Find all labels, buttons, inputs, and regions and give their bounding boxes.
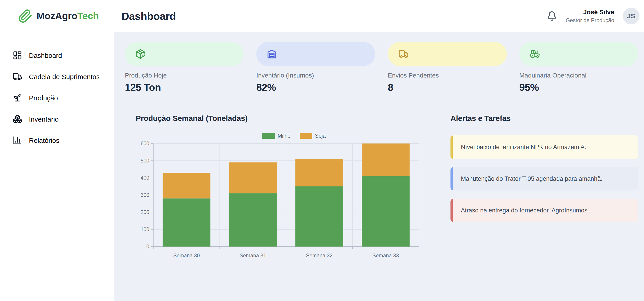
stat-card-maquinaria-operacional: Maquinaria Operacional 95% <box>519 42 638 93</box>
brand-name-primary: MozAgro <box>36 11 77 21</box>
stat-label: Inventário (Insumos) <box>256 72 375 79</box>
brand-logo: MozAgroTech <box>0 0 114 32</box>
chart-legend: MilhoSoja <box>136 133 439 139</box>
bar-chart-icon <box>13 136 22 145</box>
user-role: Gestor de Produção <box>566 17 614 24</box>
topbar-right: José Silva Gestor de Produção JS <box>547 8 640 25</box>
notifications-button[interactable] <box>547 11 557 21</box>
topbar: Dashboard José Silva Gestor de Produção … <box>114 0 644 32</box>
svg-text:Semana 30: Semana 30 <box>173 253 200 258</box>
stat-label: Maquinaria Operacional <box>519 72 638 79</box>
legend-swatch <box>300 133 312 139</box>
legend-label: Milho <box>278 133 290 139</box>
sidebar-item-label: Cadeia de Suprimentos <box>29 72 100 81</box>
stat-label: Produção Hoje <box>125 72 244 79</box>
sidebar: MozAgroTech Dashboard Cadeia de Suprimen… <box>0 0 114 301</box>
stat-label: Envios Pendentes <box>388 72 507 79</box>
content: Produção Hoje 125 Ton Inventário (Insumo… <box>114 32 644 301</box>
truck-icon <box>13 72 22 81</box>
legend-label: Soja <box>315 133 326 139</box>
alert-card-warning: Nível baixo de fertilizante NPK no Armaz… <box>450 135 638 159</box>
page-title: Dashboard <box>122 10 176 22</box>
brand-name-secondary: Tech <box>77 11 99 21</box>
alert-card-info: Manutenção do Trator T-05 agendada para … <box>450 167 638 190</box>
svg-text:Semana 31: Semana 31 <box>240 253 266 258</box>
sidebar-item-label: Inventário <box>29 115 59 124</box>
stat-card-inventario-insumos: Inventário (Insumos) 82% <box>256 42 375 93</box>
legend-item[interactable]: Milho <box>262 133 290 139</box>
alert-text: Manutenção do Trator T-05 agendada para … <box>450 169 609 189</box>
main-area: Dashboard José Silva Gestor de Produção … <box>114 0 644 301</box>
stat-value: 95% <box>519 82 638 93</box>
stat-pill <box>125 42 244 66</box>
svg-text:0: 0 <box>146 244 149 249</box>
alert-text: Atraso na entrega do fornecedor 'AgroIns… <box>450 200 597 221</box>
warehouse-icon <box>267 49 277 59</box>
truck-icon <box>398 49 409 59</box>
stat-pill <box>388 42 507 66</box>
sidebar-item-dashboard[interactable]: Dashboard <box>0 45 114 66</box>
sidebar-item-label: Dashboard <box>29 51 62 60</box>
alert-list: Nível baixo de fertilizante NPK no Armaz… <box>450 135 638 222</box>
app-root: MozAgroTech Dashboard Cadeia de Suprimen… <box>0 0 644 301</box>
avatar[interactable]: JS <box>623 8 640 25</box>
chart-title: Produção Semanal (Toneladas) <box>136 114 439 123</box>
alert-accent-bar <box>450 199 453 222</box>
chart-canvas[interactable]: 0100200300400500600Semana 30Semana 31Sem… <box>136 140 439 265</box>
sidebar-item-producao[interactable]: Produção <box>0 87 114 109</box>
legend-swatch <box>262 133 275 139</box>
sidebar-item-label: Relatórios <box>29 136 60 145</box>
legend-item[interactable]: Soja <box>300 133 326 139</box>
sidebar-item-relatorios[interactable]: Relatórios <box>0 130 114 151</box>
alert-card-danger: Atraso na entrega do fornecedor 'AgroIns… <box>450 199 638 222</box>
alerts-section: Alertas e Tarefas Nível baixo de fertili… <box>450 114 638 265</box>
stat-value: 8 <box>388 82 507 93</box>
svg-text:500: 500 <box>141 158 149 164</box>
user-name: José Silva <box>566 9 614 16</box>
stat-pill <box>256 42 375 66</box>
alert-accent-bar <box>450 135 453 159</box>
weekly-production-chart-section: Produção Semanal (Toneladas) MilhoSoja 0… <box>125 114 439 265</box>
tractor-icon <box>530 49 540 59</box>
alerts-title: Alertas e Tarefas <box>450 114 638 123</box>
stat-pill <box>519 42 638 66</box>
sprout-icon <box>13 93 22 103</box>
stat-card-envios-pendentes: Envios Pendentes 8 <box>388 42 507 93</box>
svg-text:600: 600 <box>141 141 149 146</box>
paperclip-icon <box>18 9 32 23</box>
brand-name: MozAgroTech <box>36 11 99 22</box>
package-check-icon <box>135 49 146 59</box>
svg-text:300: 300 <box>141 192 149 198</box>
svg-text:100: 100 <box>141 226 149 232</box>
sidebar-item-inventario[interactable]: Inventário <box>0 109 114 130</box>
svg-text:400: 400 <box>141 175 149 181</box>
panels: Produção Semanal (Toneladas) MilhoSoja 0… <box>125 114 638 265</box>
svg-text:200: 200 <box>141 209 149 215</box>
alert-text: Nível baixo de fertilizante NPK no Armaz… <box>450 137 593 157</box>
sidebar-item-cadeia-de-suprimentos[interactable]: Cadeia de Suprimentos <box>0 66 114 87</box>
sidebar-nav: Dashboard Cadeia de Suprimentos Produção… <box>0 32 114 151</box>
svg-text:Semana 33: Semana 33 <box>372 253 399 258</box>
boxes-icon <box>13 114 22 124</box>
user-meta: José Silva Gestor de Produção <box>566 9 614 24</box>
layout-dashboard-icon <box>13 51 22 60</box>
sidebar-item-label: Produção <box>29 94 58 102</box>
stat-value: 82% <box>256 82 375 93</box>
bell-icon <box>547 11 557 21</box>
alert-accent-bar <box>450 167 453 190</box>
stacked-bar-chart: 0100200300400500600Semana 30Semana 31Sem… <box>136 140 422 264</box>
stat-value: 125 Ton <box>125 82 244 93</box>
svg-text:Semana 32: Semana 32 <box>306 253 332 258</box>
stat-card-producao-hoje: Produção Hoje 125 Ton <box>125 42 244 93</box>
stats-row: Produção Hoje 125 Ton Inventário (Insumo… <box>125 42 638 93</box>
